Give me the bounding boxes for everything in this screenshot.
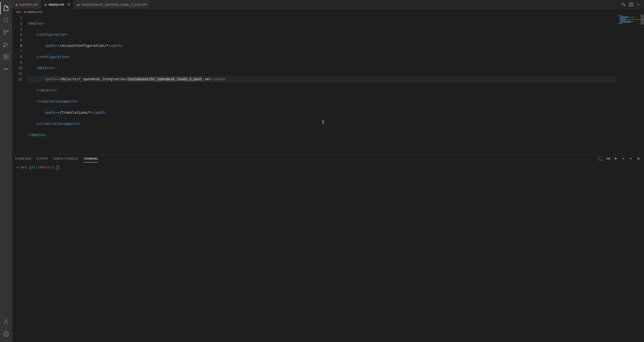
explorer-icon[interactable] <box>0 2 12 14</box>
tab-manifest[interactable]: ◈ manifest.xml <box>12 0 41 9</box>
accounts-icon[interactable] <box>0 316 12 328</box>
tab-label: customsearchr_spendesk_ready_2_post.xml <box>81 3 147 6</box>
editor[interactable]: 1 2 3 4 5 6 7 8 9 10 11 12 <deploy> <con… <box>12 14 644 154</box>
tab-deploy[interactable]: ◈ deploy.xml ✕ <box>41 0 74 9</box>
terminal-cursor <box>57 165 59 169</box>
prompt-cwd: src <box>20 165 27 169</box>
extensions-icon[interactable] <box>0 51 12 63</box>
xml-file-icon: ◈ <box>44 3 47 7</box>
svg-rect-9 <box>4 57 6 59</box>
settings-gear-icon[interactable] <box>0 328 12 340</box>
tabs-bar: ◈ manifest.xml ◈ deploy.xml ✕ ◈ customse… <box>12 0 644 9</box>
svg-point-2 <box>7 30 8 32</box>
breadcrumb-folder[interactable]: src <box>16 10 20 14</box>
tab-label: manifest.xml <box>19 3 38 6</box>
compare-changes-icon[interactable] <box>621 2 626 7</box>
shell-launch-icon[interactable]: >_ <box>598 157 604 161</box>
panel-tab-terminal[interactable]: TERMINAL <box>84 155 98 162</box>
aws-icon[interactable]: aws <box>0 63 12 75</box>
svg-point-15 <box>637 4 638 5</box>
terminal-dropdown-icon[interactable] <box>621 156 626 161</box>
prompt-git-label: git:( <box>29 165 40 169</box>
prompt-git-close: ) <box>52 165 54 169</box>
svg-point-3 <box>4 33 5 35</box>
terminal[interactable]: → src git:(master) <box>12 163 644 342</box>
scrollbar[interactable] <box>640 14 644 154</box>
svg-point-11 <box>5 320 7 322</box>
close-panel-icon[interactable] <box>636 156 641 161</box>
svg-point-0 <box>4 18 8 22</box>
svg-line-1 <box>7 22 8 23</box>
panel-tabs: PROBLEMS OUTPUT DEBUG CONSOLE TERMINAL >… <box>12 154 644 163</box>
prompt-git-branch: master <box>40 165 53 169</box>
activity-bar: aws <box>0 0 12 342</box>
svg-point-4 <box>4 30 5 32</box>
tab-customsearch[interactable]: ◈ customsearchr_spendesk_ready_2_post.xm… <box>74 0 150 9</box>
panel: PROBLEMS OUTPUT DEBUG CONSOLE TERMINAL >… <box>12 154 644 342</box>
run-debug-icon[interactable] <box>0 39 12 51</box>
more-actions-icon[interactable] <box>636 2 641 7</box>
source-control-icon[interactable] <box>0 26 12 39</box>
xml-file-icon: ◈ <box>77 3 80 7</box>
split-editor-icon[interactable] <box>628 2 634 7</box>
new-terminal-icon[interactable] <box>613 156 618 161</box>
tab-close-icon[interactable]: ✕ <box>67 3 71 7</box>
panel-tab-problems[interactable]: PROBLEMS <box>15 155 31 162</box>
shell-name[interactable]: zsh <box>606 157 611 160</box>
code-content[interactable]: <deploy> <configuration> <path>~/Account… <box>27 14 616 154</box>
panel-tab-output[interactable]: OUTPUT <box>36 155 48 162</box>
line-number-gutter: 1 2 3 4 5 6 7 8 9 10 11 12 <box>12 14 27 154</box>
breadcrumbs[interactable]: src › ◈ deploy.xml <box>12 9 644 14</box>
tab-label: deploy.xml <box>49 3 64 6</box>
maximize-panel-icon[interactable] <box>628 156 633 161</box>
svg-rect-8 <box>7 54 8 56</box>
svg-point-16 <box>638 4 639 5</box>
search-icon[interactable] <box>0 14 12 26</box>
svg-point-17 <box>640 4 640 5</box>
breadcrumb-file[interactable]: deploy.xml <box>27 10 43 14</box>
main-area: ◈ manifest.xml ◈ deploy.xml ✕ ◈ customse… <box>12 0 644 342</box>
xml-file-icon: ◈ <box>15 3 18 7</box>
svg-point-12 <box>5 333 7 335</box>
chevron-right-icon: › <box>22 10 23 14</box>
panel-tab-debug[interactable]: DEBUG CONSOLE <box>53 155 79 162</box>
prompt-arrow: → <box>16 165 18 169</box>
xml-file-icon: ◈ <box>24 10 26 13</box>
mouse-text-cursor <box>322 120 324 124</box>
minimap[interactable] <box>616 14 644 154</box>
svg-rect-7 <box>4 54 6 56</box>
svg-rect-10 <box>7 57 8 59</box>
